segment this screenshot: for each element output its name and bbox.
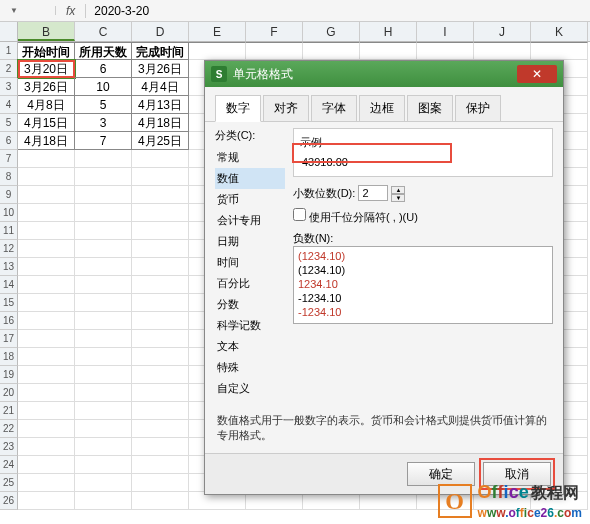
cell[interactable] — [18, 474, 75, 492]
cell[interactable] — [75, 330, 132, 348]
category-item[interactable]: 时间 — [215, 252, 285, 273]
cell[interactable] — [132, 312, 189, 330]
column-header[interactable]: K — [531, 22, 588, 41]
column-header[interactable]: C — [75, 22, 132, 41]
cell[interactable] — [18, 348, 75, 366]
tab-保护[interactable]: 保护 — [455, 95, 501, 121]
category-item[interactable]: 日期 — [215, 231, 285, 252]
cell[interactable] — [132, 150, 189, 168]
category-list[interactable]: 常规数值货币会计专用日期时间百分比分数科学记数文本特殊自定义 — [215, 147, 285, 399]
row-header[interactable]: 14 — [0, 276, 18, 294]
row-header[interactable]: 26 — [0, 492, 18, 510]
negative-option[interactable]: -1234.10 — [296, 291, 550, 305]
dropdown-icon[interactable]: ▼ — [10, 6, 18, 15]
column-header[interactable]: D — [132, 22, 189, 41]
row-header[interactable]: 24 — [0, 456, 18, 474]
cell[interactable] — [75, 402, 132, 420]
cell[interactable] — [18, 240, 75, 258]
cell[interactable] — [18, 384, 75, 402]
row-header[interactable]: 9 — [0, 186, 18, 204]
cell[interactable]: 4月8日 — [18, 96, 75, 114]
cell[interactable]: 6 — [75, 60, 132, 78]
row-header[interactable]: 18 — [0, 348, 18, 366]
row-header[interactable]: 6 — [0, 132, 18, 150]
cell[interactable] — [18, 294, 75, 312]
cell[interactable] — [75, 294, 132, 312]
column-header[interactable]: I — [417, 22, 474, 41]
cell[interactable] — [75, 456, 132, 474]
cell[interactable]: 10 — [75, 78, 132, 96]
category-item[interactable]: 常规 — [215, 147, 285, 168]
cell[interactable]: 3月20日 — [18, 60, 75, 78]
cell[interactable] — [18, 420, 75, 438]
cell[interactable]: 4月25日 — [132, 132, 189, 150]
cell[interactable] — [132, 438, 189, 456]
cell[interactable] — [18, 456, 75, 474]
name-box[interactable]: ▼ — [0, 6, 56, 15]
cell[interactable] — [360, 42, 417, 60]
row-header[interactable]: 10 — [0, 204, 18, 222]
cell[interactable] — [132, 276, 189, 294]
cell[interactable] — [18, 438, 75, 456]
cell[interactable] — [75, 348, 132, 366]
cell[interactable] — [75, 168, 132, 186]
cell[interactable] — [75, 240, 132, 258]
cell[interactable]: 所用天数 — [75, 42, 132, 60]
cell[interactable]: 4月13日 — [132, 96, 189, 114]
cell[interactable] — [75, 366, 132, 384]
row-header[interactable]: 25 — [0, 474, 18, 492]
cell[interactable] — [18, 204, 75, 222]
cell[interactable] — [18, 492, 75, 510]
cell[interactable] — [18, 168, 75, 186]
cell[interactable] — [75, 420, 132, 438]
row-header[interactable]: 16 — [0, 312, 18, 330]
column-header[interactable]: J — [474, 22, 531, 41]
row-header[interactable]: 21 — [0, 402, 18, 420]
decimal-input[interactable]: 2 — [358, 185, 388, 201]
category-item[interactable]: 自定义 — [215, 378, 285, 399]
spin-up-icon[interactable]: ▲ — [391, 186, 405, 194]
category-item[interactable]: 会计专用 — [215, 210, 285, 231]
cell[interactable] — [132, 348, 189, 366]
cell[interactable]: 3 — [75, 114, 132, 132]
spin-down-icon[interactable]: ▼ — [391, 194, 405, 202]
select-all-corner[interactable] — [0, 22, 18, 41]
cell[interactable] — [18, 258, 75, 276]
tab-数字[interactable]: 数字 — [215, 95, 261, 122]
cell[interactable] — [132, 366, 189, 384]
negative-option[interactable]: 1234.10 — [296, 277, 550, 291]
row-header[interactable]: 5 — [0, 114, 18, 132]
cell[interactable] — [132, 240, 189, 258]
cell[interactable] — [132, 402, 189, 420]
column-header[interactable]: G — [303, 22, 360, 41]
cell[interactable] — [132, 204, 189, 222]
column-header[interactable]: F — [246, 22, 303, 41]
cell[interactable]: 3月26日 — [132, 60, 189, 78]
cell[interactable] — [18, 402, 75, 420]
cell[interactable] — [75, 258, 132, 276]
category-item[interactable]: 货币 — [215, 189, 285, 210]
cell[interactable] — [75, 276, 132, 294]
cell[interactable] — [132, 186, 189, 204]
cell[interactable] — [132, 330, 189, 348]
tab-边框[interactable]: 边框 — [359, 95, 405, 121]
cell[interactable] — [132, 456, 189, 474]
row-header[interactable]: 3 — [0, 78, 18, 96]
dialog-titlebar[interactable]: S 单元格格式 ✕ — [205, 61, 563, 87]
cell[interactable] — [18, 186, 75, 204]
cell[interactable] — [18, 330, 75, 348]
negative-list[interactable]: (1234.10)(1234.10)1234.10-1234.10-1234.1… — [293, 246, 553, 324]
category-item[interactable]: 文本 — [215, 336, 285, 357]
thousands-checkbox[interactable] — [293, 208, 306, 221]
cell[interactable] — [132, 168, 189, 186]
row-header[interactable]: 17 — [0, 330, 18, 348]
cell[interactable]: 开始时间 — [18, 42, 75, 60]
row-header[interactable]: 7 — [0, 150, 18, 168]
negative-option[interactable]: -1234.10 — [296, 305, 550, 319]
cell[interactable]: 5 — [75, 96, 132, 114]
row-header[interactable]: 11 — [0, 222, 18, 240]
cell[interactable] — [75, 204, 132, 222]
cell[interactable] — [18, 366, 75, 384]
cell[interactable] — [132, 420, 189, 438]
cell[interactable]: 7 — [75, 132, 132, 150]
